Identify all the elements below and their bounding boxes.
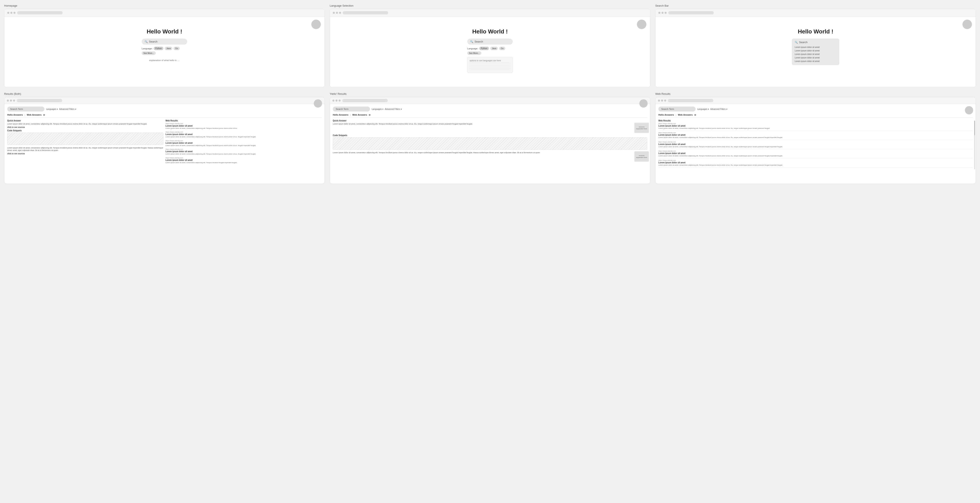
results-search-input[interactable]: Search Term bbox=[659, 106, 695, 111]
lang-java[interactable]: Java bbox=[490, 47, 498, 50]
dot-red bbox=[332, 100, 334, 102]
results-columns: Quick Answer Lorem ipsum dolor sit amet,… bbox=[7, 119, 321, 165]
dot-green bbox=[13, 100, 15, 102]
code-snippet-image bbox=[7, 133, 164, 145]
advanced-filters[interactable]: Advanced Filters ▾ bbox=[710, 108, 727, 110]
languages-filter[interactable]: Languages ▾ bbox=[697, 108, 709, 110]
search-input-row: 🔍 Search bbox=[795, 41, 837, 44]
web-result-4: https://www.udacity.com Lorem ipsum dolo… bbox=[659, 150, 973, 158]
web-result-1: https://www.udacity.com Lorem ipsum dolo… bbox=[659, 123, 973, 131]
web-result-url-1: https://www.udacity.com bbox=[165, 123, 321, 124]
browser-chrome-langsel bbox=[330, 9, 650, 17]
quick-answer-title: Quick Answer bbox=[333, 119, 647, 122]
dropdown-option-4[interactable] bbox=[469, 67, 511, 68]
lang-python[interactable]: Python bbox=[154, 47, 164, 50]
tab-hello-answers[interactable]: Hello Answers bbox=[659, 114, 674, 116]
click-to-see-sources[interactable]: click to see sources bbox=[7, 126, 164, 128]
lang-go[interactable]: Go bbox=[173, 47, 180, 50]
dropdown-option-5[interactable] bbox=[469, 68, 511, 70]
languages-filter[interactable]: Languages ▾ bbox=[46, 108, 58, 110]
click-to-see-sources-2[interactable]: click to see sources bbox=[7, 152, 164, 155]
browser-chrome-web bbox=[655, 97, 976, 104]
search-bar-section: Search Bar Hello World ! 🔍 Search bbox=[655, 4, 976, 87]
dropdown-option-2[interactable] bbox=[469, 64, 511, 65]
search-bar-body: Hello World ! 🔍 Search Lorem ipsum dolor… bbox=[655, 17, 976, 68]
web-result-url-1: https://www.udacity.com bbox=[659, 123, 973, 124]
dot-yellow bbox=[10, 100, 12, 102]
advanced-filters[interactable]: Advanced Filters ▾ bbox=[59, 108, 76, 110]
results-search-input[interactable]: Search Term bbox=[333, 106, 370, 111]
web-result-2: https://www.udacity.com Lorem ipsum dolo… bbox=[165, 131, 321, 138]
web-result-title-2[interactable]: Lorem ipsum dolor sit amet bbox=[659, 134, 973, 136]
code-snippet-image bbox=[333, 137, 647, 150]
lang-java[interactable]: Java bbox=[165, 47, 172, 50]
results-search-input[interactable]: Search Term bbox=[7, 106, 45, 111]
web-result-title-5[interactable]: Lorem ipsum dolor sit amet bbox=[165, 159, 321, 161]
web-result-3: https://www.udacity.com Lorem ipsum dolo… bbox=[165, 140, 321, 147]
tab-web-answers[interactable]: Web Answers bbox=[352, 114, 367, 116]
web-result-5: https://www.udacity.com Lorem ipsum dolo… bbox=[659, 159, 973, 168]
dropdown-option-6[interactable] bbox=[469, 70, 511, 71]
lang-python[interactable]: Python bbox=[479, 47, 489, 50]
autocomplete-item-5[interactable]: Lorem ipsum dolor sit amet bbox=[795, 59, 837, 63]
explanation-text: explanation of what hello is .... bbox=[8, 59, 321, 62]
browser-dots bbox=[7, 100, 15, 102]
layout-icon[interactable]: ⊞ bbox=[369, 114, 371, 116]
autocomplete-item-1[interactable]: Lorem ipsum dolor sit amet bbox=[795, 45, 837, 49]
quick-answer-text: Lorem ipsum dolor sit amet, consectetur … bbox=[333, 123, 631, 125]
languages-filter[interactable]: Languages ▾ bbox=[372, 108, 383, 110]
language-dropdown[interactable]: options to sort languages are here bbox=[467, 57, 513, 73]
web-result-desc-5: Lorem ipsum dolor sit amet, consectetur … bbox=[659, 164, 973, 166]
tab-web-answers[interactable]: Web Answers bbox=[27, 114, 41, 116]
tab-hello-answers[interactable]: Hello Answers bbox=[7, 114, 23, 116]
web-result-title-2[interactable]: Lorem ipsum dolor sit amet bbox=[165, 133, 321, 135]
lang-go[interactable]: Go bbox=[499, 47, 505, 50]
web-result-desc-2: Lorem ipsum dolor sit amet, consectetur … bbox=[165, 136, 321, 138]
web-result-title-3[interactable]: Lorem ipsum dolor sit amet bbox=[165, 142, 321, 144]
hello-results-frame: Search Term Languages ▾ Advanced Filters… bbox=[330, 97, 650, 184]
results-both-label: Results (Both) bbox=[4, 92, 325, 95]
web-result-title-5[interactable]: Lorem ipsum dolor sit amet bbox=[659, 162, 973, 164]
web-results-section: Web Results Search Term Languages ▾ Adva… bbox=[655, 92, 976, 184]
tab-hello-answers[interactable]: Hello Answers bbox=[333, 114, 348, 116]
dropdown-option-3[interactable] bbox=[469, 65, 511, 67]
web-result-url-4: https://www.udacity.com bbox=[659, 150, 973, 152]
lang-see-more[interactable]: See More... bbox=[467, 51, 481, 55]
langsel-search-bar[interactable]: 🔍 Search bbox=[467, 39, 513, 44]
advanced-filters[interactable]: Advanced Filters ▾ bbox=[385, 108, 402, 110]
homepage-search-bar[interactable]: 🔍 Search bbox=[142, 39, 187, 44]
tab-web-answers[interactable]: Web Answers bbox=[678, 114, 693, 116]
autocomplete-item-3[interactable]: Lorem ipsum dolor sit amet bbox=[795, 52, 837, 56]
search-icon: 🔍 bbox=[795, 41, 798, 44]
web-result-desc-1: Lorem ipsum dolor sit amet, consectetur … bbox=[165, 127, 321, 130]
dropdown-option-1[interactable] bbox=[469, 63, 511, 64]
hello-results-body: Search Term Languages ▾ Advanced Filters… bbox=[330, 104, 650, 166]
tab-separator: | bbox=[24, 114, 25, 116]
results-both-body: Search Term Languages ▾ Advanced Filters… bbox=[4, 104, 325, 168]
sources-side-1: sources expanded here bbox=[633, 123, 647, 133]
web-result-title-4[interactable]: Lorem ipsum dolor sit amet bbox=[165, 150, 321, 152]
autocomplete-item-4[interactable]: Lorem ipsum dolor sit amet bbox=[795, 56, 837, 59]
dot-yellow bbox=[10, 12, 13, 14]
dot-green bbox=[339, 12, 341, 14]
scrollbar[interactable] bbox=[974, 121, 975, 169]
web-result-url-3: https://www.udacity.com bbox=[659, 141, 973, 143]
scrollbar-thumb[interactable] bbox=[974, 121, 975, 135]
lang-see-more[interactable]: See More... bbox=[142, 51, 156, 55]
browser-dots bbox=[7, 12, 16, 14]
search-bar-frame: Hello World ! 🔍 Search Lorem ipsum dolor… bbox=[655, 9, 976, 87]
layout-icon[interactable]: ⊞ bbox=[694, 114, 696, 116]
web-result-title-1[interactable]: Lorem ipsum dolor sit amet bbox=[659, 125, 973, 127]
language-selection-body: Hello World ! 🔍 Search Language: Python … bbox=[330, 17, 650, 78]
web-result-title-3[interactable]: Lorem ipsum dolor sit amet bbox=[659, 143, 973, 145]
web-result-url-4: https://www.udacity.com bbox=[165, 148, 321, 150]
search-placeholder: Search bbox=[149, 40, 158, 43]
web-result-title-1[interactable]: Lorem ipsum dolor sit amet bbox=[165, 125, 321, 127]
layout-icon[interactable]: ⊞ bbox=[43, 114, 45, 116]
search-placeholder: Search bbox=[474, 40, 483, 43]
web-result-title-4[interactable]: Lorem ipsum dolor sit amet bbox=[659, 152, 973, 154]
dot-green bbox=[664, 100, 666, 102]
tabs-row: Hello Answers | Web Answers ⊞ bbox=[333, 114, 647, 117]
hello-heading: Hello World ! bbox=[8, 28, 321, 35]
autocomplete-item-2[interactable]: Lorem ipsum dolor sit amet bbox=[795, 49, 837, 52]
